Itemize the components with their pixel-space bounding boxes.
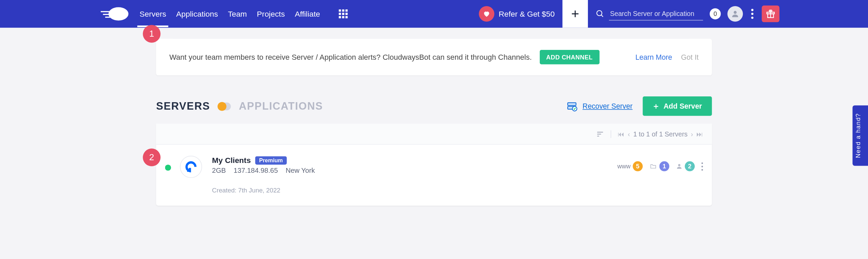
logo[interactable] (100, 6, 130, 22)
annotation-2: 2 (143, 149, 160, 166)
nav-applications[interactable]: Applications (176, 10, 218, 18)
svg-rect-1 (101, 11, 110, 12)
main-content: Want your team members to receive Server… (156, 28, 712, 206)
server-row-body: My Clients Premium 2GB 137.184.98.65 New… (212, 156, 315, 193)
search-wrap (596, 7, 703, 20)
pager: ⏮ ‹ 1 to 1 of 1 Servers › ⏭ (611, 130, 703, 138)
svg-rect-20 (189, 168, 191, 170)
server-size: 2GB (212, 167, 226, 174)
svg-rect-12 (568, 103, 576, 105)
server-row-right: www 5 1 2 (617, 161, 703, 171)
add-channel-button[interactable]: ADD CHANNEL (539, 50, 599, 64)
help-tab[interactable]: Need a hand? (852, 105, 868, 166)
svg-point-8 (734, 11, 737, 14)
pager-first-icon[interactable]: ⏮ (618, 130, 625, 138)
add-server-label: Add Server (664, 102, 702, 110)
svg-rect-3 (105, 17, 112, 18)
add-button[interactable] (563, 0, 588, 28)
svg-rect-22 (186, 168, 187, 169)
recover-server-label: Recover Server (583, 102, 632, 110)
apps-grid-icon[interactable] (339, 10, 348, 18)
main-nav: Servers Applications Team Projects Affil… (139, 10, 348, 18)
provider-icon (180, 156, 202, 178)
premium-badge: Premium (255, 156, 287, 164)
add-server-button[interactable]: Add Server (643, 96, 712, 116)
servers-apps-toggle[interactable] (218, 102, 231, 110)
pager-last-icon[interactable]: ⏭ (696, 130, 703, 138)
www-pill[interactable]: www 5 (617, 161, 643, 171)
header-right: Refer & Get $50 0 (479, 0, 868, 28)
heart-icon (479, 6, 494, 22)
notification-counter[interactable]: 0 (710, 8, 721, 19)
svg-point-6 (597, 11, 602, 16)
got-it-link[interactable]: Got It (681, 53, 699, 61)
server-ip: 137.184.98.65 (234, 167, 278, 174)
project-pill[interactable]: 1 (649, 161, 669, 171)
refer-label: Refer & Get $50 (499, 10, 555, 18)
user-pill[interactable]: 2 (676, 161, 695, 171)
search-input[interactable] (609, 7, 703, 20)
sort-icon[interactable] (595, 130, 605, 138)
www-count: 5 (633, 161, 643, 171)
folder-icon (649, 163, 657, 170)
server-row[interactable]: My Clients Premium 2GB 137.184.98.65 New… (156, 145, 712, 206)
svg-point-0 (108, 7, 129, 20)
recover-server-link[interactable]: Recover Server (566, 100, 632, 112)
list-header: ⏮ ‹ 1 to 1 of 1 Servers › ⏭ (156, 124, 712, 145)
nav-team[interactable]: Team (228, 10, 247, 18)
learn-more-link[interactable]: Learn More (635, 53, 672, 61)
server-list: ⏮ ‹ 1 to 1 of 1 Servers › ⏭ My Clients P… (156, 124, 712, 206)
pager-prev-icon[interactable]: ‹ (628, 130, 630, 138)
server-created: Created: 7th June, 2022 (212, 187, 315, 193)
server-location: New York (285, 167, 315, 174)
tabs-row: SERVERS APPLICATIONS Recover Server Add … (156, 96, 712, 116)
pager-text: 1 to 1 of 1 Servers (633, 130, 688, 138)
svg-point-23 (678, 164, 680, 166)
project-count: 1 (659, 161, 669, 171)
svg-rect-21 (187, 170, 189, 172)
nav-affiliate[interactable]: Affiliate (295, 10, 320, 18)
svg-line-7 (601, 15, 603, 17)
tab-servers[interactable]: SERVERS (156, 100, 210, 112)
user-count: 2 (685, 161, 695, 171)
top-header: Servers Applications Team Projects Affil… (0, 0, 868, 28)
annotation-1: 1 (143, 25, 160, 42)
status-dot (165, 165, 171, 171)
refer-link[interactable]: Refer & Get $50 (479, 6, 555, 22)
gift-button[interactable] (762, 5, 780, 22)
nav-projects[interactable]: Projects (257, 10, 285, 18)
pager-next-icon[interactable]: › (691, 130, 693, 138)
www-label: www (617, 163, 631, 170)
recover-server-icon (566, 100, 578, 112)
tab-applications[interactable]: APPLICATIONS (239, 100, 323, 112)
row-menu-icon[interactable] (702, 162, 703, 170)
user-icon (676, 163, 683, 170)
nav-servers[interactable]: Servers (139, 10, 166, 18)
header-menu-icon[interactable] (748, 8, 756, 19)
svg-rect-2 (103, 14, 111, 15)
alert-banner: Want your team members to receive Server… (156, 39, 712, 75)
search-icon (596, 10, 605, 18)
avatar-button[interactable] (727, 6, 743, 22)
server-name: My Clients (212, 156, 251, 165)
banner-message: Want your team members to receive Server… (170, 53, 532, 61)
